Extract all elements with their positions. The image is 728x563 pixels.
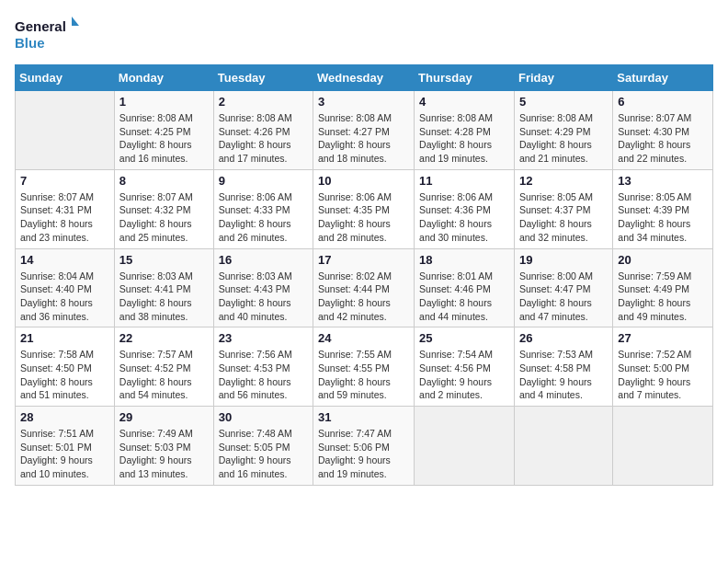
day-cell: 4Sunrise: 8:08 AM Sunset: 4:28 PM Daylig… (415, 91, 515, 170)
day-cell (514, 407, 612, 486)
day-number: 25 (419, 331, 509, 345)
day-number: 23 (219, 331, 308, 345)
week-row-5: 28Sunrise: 7:51 AM Sunset: 5:01 PM Dayli… (16, 407, 713, 486)
day-cell: 15Sunrise: 8:03 AM Sunset: 4:41 PM Dayli… (114, 248, 213, 327)
day-info: Sunrise: 8:00 AM Sunset: 4:47 PM Dayligh… (519, 270, 608, 324)
day-info: Sunrise: 8:05 AM Sunset: 4:39 PM Dayligh… (618, 190, 708, 245)
day-number: 26 (519, 331, 608, 345)
day-info: Sunrise: 7:58 AM Sunset: 4:50 PM Dayligh… (20, 348, 109, 402)
day-info: Sunrise: 8:06 AM Sunset: 4:33 PM Dayligh… (219, 190, 308, 245)
day-info: Sunrise: 8:07 AM Sunset: 4:31 PM Dayligh… (20, 190, 109, 245)
day-cell: 2Sunrise: 8:08 AM Sunset: 4:26 PM Daylig… (213, 91, 313, 170)
day-cell: 12Sunrise: 8:05 AM Sunset: 4:37 PM Dayli… (514, 169, 612, 248)
day-cell: 23Sunrise: 7:56 AM Sunset: 4:53 PM Dayli… (213, 327, 313, 407)
day-number: 12 (519, 174, 608, 188)
day-number: 14 (20, 253, 109, 267)
day-cell: 28Sunrise: 7:51 AM Sunset: 5:01 PM Dayli… (16, 407, 115, 486)
day-number: 16 (219, 253, 308, 267)
day-number: 3 (318, 95, 409, 109)
day-info: Sunrise: 8:03 AM Sunset: 4:41 PM Dayligh… (119, 270, 209, 324)
day-cell: 10Sunrise: 8:06 AM Sunset: 4:35 PM Dayli… (313, 169, 415, 248)
day-cell: 13Sunrise: 8:05 AM Sunset: 4:39 PM Dayli… (613, 169, 713, 248)
day-cell: 19Sunrise: 8:00 AM Sunset: 4:47 PM Dayli… (514, 248, 612, 327)
page-header: General Blue (15, 15, 713, 53)
day-info: Sunrise: 7:54 AM Sunset: 4:56 PM Dayligh… (419, 348, 509, 402)
day-number: 13 (618, 174, 708, 188)
day-info: Sunrise: 7:49 AM Sunset: 5:03 PM Dayligh… (119, 427, 209, 481)
day-number: 20 (618, 253, 708, 267)
day-info: Sunrise: 8:08 AM Sunset: 4:27 PM Dayligh… (318, 111, 409, 166)
day-number: 5 (519, 95, 608, 109)
logo-svg: General Blue (15, 15, 79, 53)
day-number: 7 (20, 174, 109, 188)
day-cell: 3Sunrise: 8:08 AM Sunset: 4:27 PM Daylig… (313, 91, 415, 170)
day-info: Sunrise: 7:55 AM Sunset: 4:55 PM Dayligh… (318, 348, 409, 402)
day-info: Sunrise: 8:02 AM Sunset: 4:44 PM Dayligh… (318, 270, 409, 324)
day-number: 15 (119, 253, 209, 267)
day-cell: 31Sunrise: 7:47 AM Sunset: 5:06 PM Dayli… (313, 407, 415, 486)
day-number: 4 (419, 95, 509, 109)
day-number: 10 (318, 174, 409, 188)
day-number: 6 (618, 95, 708, 109)
day-number: 1 (119, 95, 209, 109)
day-cell: 24Sunrise: 7:55 AM Sunset: 4:55 PM Dayli… (313, 327, 415, 407)
col-header-wednesday: Wednesday (313, 65, 415, 91)
day-number: 30 (219, 410, 308, 424)
day-info: Sunrise: 8:08 AM Sunset: 4:29 PM Dayligh… (519, 111, 608, 166)
week-row-4: 21Sunrise: 7:58 AM Sunset: 4:50 PM Dayli… (16, 327, 713, 407)
week-row-2: 7Sunrise: 8:07 AM Sunset: 4:31 PM Daylig… (16, 169, 713, 248)
day-info: Sunrise: 8:08 AM Sunset: 4:28 PM Dayligh… (419, 111, 509, 166)
day-info: Sunrise: 7:48 AM Sunset: 5:05 PM Dayligh… (219, 427, 308, 481)
day-cell (16, 91, 115, 170)
day-info: Sunrise: 7:51 AM Sunset: 5:01 PM Dayligh… (20, 427, 109, 481)
day-info: Sunrise: 8:06 AM Sunset: 4:36 PM Dayligh… (419, 190, 509, 245)
day-number: 11 (419, 174, 509, 188)
day-cell: 16Sunrise: 8:03 AM Sunset: 4:43 PM Dayli… (213, 248, 313, 327)
col-header-sunday: Sunday (16, 65, 115, 91)
day-cell: 26Sunrise: 7:53 AM Sunset: 4:58 PM Dayli… (514, 327, 612, 407)
day-cell: 20Sunrise: 7:59 AM Sunset: 4:49 PM Dayli… (613, 248, 713, 327)
day-info: Sunrise: 7:59 AM Sunset: 4:49 PM Dayligh… (618, 270, 708, 324)
day-number: 24 (318, 331, 409, 345)
day-cell: 6Sunrise: 8:07 AM Sunset: 4:30 PM Daylig… (613, 91, 713, 170)
day-cell: 8Sunrise: 8:07 AM Sunset: 4:32 PM Daylig… (114, 169, 213, 248)
day-cell: 11Sunrise: 8:06 AM Sunset: 4:36 PM Dayli… (415, 169, 515, 248)
day-cell: 1Sunrise: 8:08 AM Sunset: 4:25 PM Daylig… (114, 91, 213, 170)
day-cell: 30Sunrise: 7:48 AM Sunset: 5:05 PM Dayli… (213, 407, 313, 486)
day-info: Sunrise: 7:53 AM Sunset: 4:58 PM Dayligh… (519, 348, 608, 402)
day-info: Sunrise: 8:05 AM Sunset: 4:37 PM Dayligh… (519, 190, 608, 245)
day-cell (613, 407, 713, 486)
day-cell: 27Sunrise: 7:52 AM Sunset: 5:00 PM Dayli… (613, 327, 713, 407)
day-cell (415, 407, 515, 486)
col-header-saturday: Saturday (613, 65, 713, 91)
col-header-tuesday: Tuesday (213, 65, 313, 91)
day-info: Sunrise: 8:07 AM Sunset: 4:30 PM Dayligh… (618, 111, 708, 166)
day-info: Sunrise: 8:06 AM Sunset: 4:35 PM Dayligh… (318, 190, 409, 245)
day-number: 8 (119, 174, 209, 188)
day-number: 21 (20, 331, 109, 345)
day-number: 27 (618, 331, 708, 345)
day-cell: 9Sunrise: 8:06 AM Sunset: 4:33 PM Daylig… (213, 169, 313, 248)
svg-text:Blue: Blue (15, 35, 45, 51)
day-number: 19 (519, 253, 608, 267)
day-number: 31 (318, 410, 409, 424)
day-info: Sunrise: 8:01 AM Sunset: 4:46 PM Dayligh… (419, 270, 509, 324)
day-cell: 25Sunrise: 7:54 AM Sunset: 4:56 PM Dayli… (415, 327, 515, 407)
day-info: Sunrise: 8:07 AM Sunset: 4:32 PM Dayligh… (119, 190, 209, 245)
day-cell: 14Sunrise: 8:04 AM Sunset: 4:40 PM Dayli… (16, 248, 115, 327)
day-number: 17 (318, 253, 409, 267)
day-cell: 5Sunrise: 8:08 AM Sunset: 4:29 PM Daylig… (514, 91, 612, 170)
day-cell: 18Sunrise: 8:01 AM Sunset: 4:46 PM Dayli… (415, 248, 515, 327)
day-info: Sunrise: 8:08 AM Sunset: 4:26 PM Dayligh… (219, 111, 308, 166)
day-info: Sunrise: 7:47 AM Sunset: 5:06 PM Dayligh… (318, 427, 409, 481)
day-number: 28 (20, 410, 109, 424)
col-header-monday: Monday (114, 65, 213, 91)
day-number: 22 (119, 331, 209, 345)
day-number: 29 (119, 410, 209, 424)
day-info: Sunrise: 8:08 AM Sunset: 4:25 PM Dayligh… (119, 111, 209, 166)
day-number: 9 (219, 174, 308, 188)
logo: General Blue (15, 15, 79, 53)
col-header-friday: Friday (514, 65, 612, 91)
week-row-1: 1Sunrise: 8:08 AM Sunset: 4:25 PM Daylig… (16, 91, 713, 170)
day-cell: 22Sunrise: 7:57 AM Sunset: 4:52 PM Dayli… (114, 327, 213, 407)
